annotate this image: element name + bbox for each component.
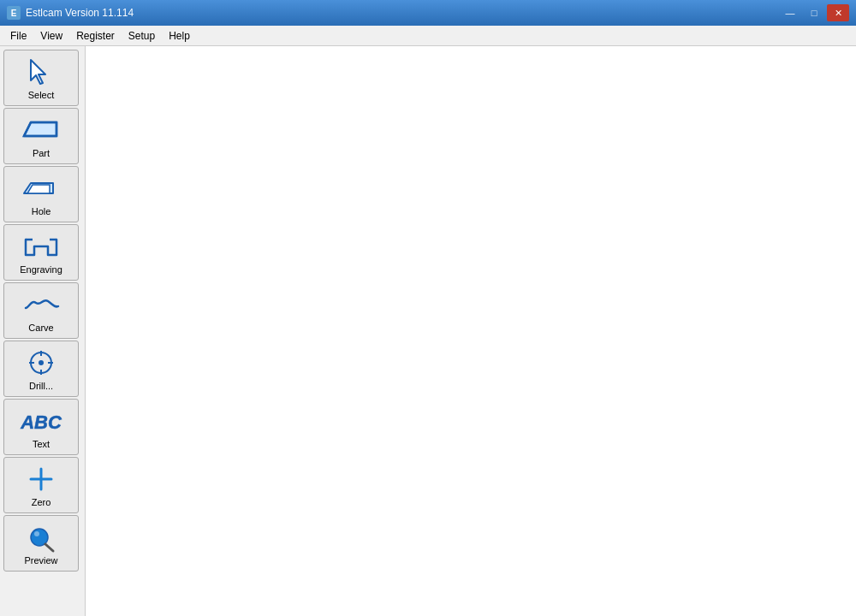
hole-icon	[21, 172, 62, 204]
zero-tool-label: Zero	[32, 497, 51, 507]
zero-icon	[21, 463, 62, 495]
part-icon	[21, 114, 62, 146]
select-tool-button[interactable]: Select	[3, 50, 79, 106]
menu-setup[interactable]: Setup	[122, 28, 162, 44]
preview-tool-label: Preview	[24, 555, 57, 566]
minimize-button[interactable]: —	[779, 4, 801, 21]
carve-tool-label: Carve	[28, 323, 53, 333]
preview-tool-button[interactable]: Preview	[3, 515, 79, 572]
engraving-tool-label: Engraving	[20, 264, 62, 275]
part-tool-label: Part	[33, 148, 50, 158]
engraving-icon	[21, 230, 62, 263]
text-icon: ABC	[21, 405, 62, 437]
content-area	[86, 46, 856, 616]
drill-icon	[21, 346, 62, 379]
drill-tool-label: Drill...	[29, 381, 53, 391]
text-tool-label: Text	[33, 439, 50, 449]
sidebar: Select Part Hole	[0, 46, 86, 616]
menu-view[interactable]: View	[33, 28, 69, 44]
maximize-button[interactable]: □	[803, 4, 825, 21]
engraving-tool-button[interactable]: Engraving	[3, 224, 79, 281]
menu-help[interactable]: Help	[162, 28, 197, 44]
menu-file[interactable]: File	[3, 28, 33, 44]
main-area: Select Part Hole	[0, 46, 856, 616]
carve-icon	[21, 288, 62, 321]
app-icon: E	[7, 6, 21, 20]
title-bar-left: E Estlcam Version 11.114	[7, 6, 134, 20]
title-bar: E Estlcam Version 11.114 — □ ✕	[0, 0, 856, 26]
carve-tool-button[interactable]: Carve	[3, 282, 79, 339]
close-button[interactable]: ✕	[827, 4, 849, 21]
hole-tool-button[interactable]: Hole	[3, 166, 79, 222]
text-tool-button[interactable]: ABC Text	[3, 399, 79, 455]
select-tool-label: Select	[28, 90, 55, 100]
svg-point-4	[39, 360, 44, 365]
svg-line-14	[45, 544, 53, 551]
svg-point-13	[34, 531, 39, 536]
menu-bar: File View Register Setup Help	[0, 26, 856, 46]
menu-register[interactable]: Register	[69, 28, 122, 44]
title-bar-title: Estlcam Version 11.114	[26, 7, 134, 19]
drill-tool-button[interactable]: Drill...	[3, 341, 79, 397]
svg-marker-0	[31, 60, 45, 84]
select-icon	[21, 56, 62, 88]
preview-icon	[21, 521, 62, 554]
hole-tool-label: Hole	[32, 206, 51, 216]
part-tool-button[interactable]: Part	[3, 108, 79, 164]
svg-text:ABC: ABC	[20, 412, 62, 433]
title-bar-controls: — □ ✕	[779, 4, 849, 21]
zero-tool-button[interactable]: Zero	[3, 457, 79, 513]
